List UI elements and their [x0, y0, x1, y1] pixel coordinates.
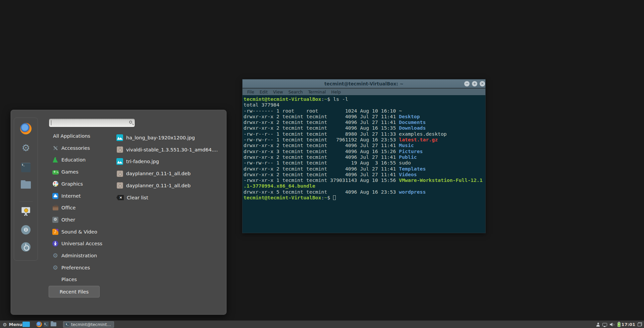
terminal-text-segment: -rw-r--r-- 1 tecmint tecmint 8980 Jul 27…	[244, 131, 447, 137]
terminal-line: drwxr-xr-x 3 tecmint tecmint 4096 Aug 16…	[244, 148, 485, 154]
favorite-terminal[interactable]	[21, 163, 31, 172]
lock-screen-button[interactable]	[21, 207, 30, 213]
terminal-text-segment: latest.tar.gz	[399, 137, 438, 142]
terminal-cursor	[333, 195, 336, 200]
search-input[interactable]	[49, 118, 135, 127]
system-settings-icon: ⚙	[21, 142, 30, 153]
taskbar-launcher-firefox[interactable]	[36, 322, 42, 327]
category-all-applications[interactable]: All Applications	[53, 131, 90, 141]
terminal-text-segment: drwxr-xr-x 2 tecmint tecmint 4096 Jul 27…	[244, 154, 399, 160]
logout-icon: ⊖	[21, 225, 31, 235]
terminal-menu-file[interactable]: File	[245, 89, 257, 94]
category-education[interactable]: Education	[52, 155, 86, 165]
category-office[interactable]: Office	[52, 203, 75, 213]
terminal-text-segment: total 377984	[244, 102, 279, 108]
terminal-text-segment: -rw------- 1 root root 1024 Aug 10 16:10…	[244, 108, 402, 114]
terminal-text-segment: Public	[399, 154, 417, 160]
terminal-text-segment: Videos	[399, 172, 417, 177]
terminal-text-segment: -rw-rw-r-- 1 tecmint tecmint 7961192 Aug…	[244, 137, 399, 142]
recent-file-item[interactable]: dayplanner_0.11-1_all.deb	[116, 181, 191, 191]
recent-file-item[interactable]: dayplanner_0.11-1_all.deb	[116, 169, 191, 179]
terminal-menu-edit[interactable]: Edit	[257, 89, 270, 94]
terminal-line: total 377984	[244, 102, 485, 108]
favorite-system-settings[interactable]: ⚙	[21, 143, 30, 153]
terminal-line: drwxr-xr-x 5 tecmint tecmint 4096 Aug 16…	[244, 189, 485, 195]
taskbar-launcher-show-desktop[interactable]	[22, 322, 30, 327]
category-label: Places	[61, 277, 77, 282]
recent-file-item[interactable]: tri-fadeno.jpg	[116, 156, 159, 167]
file-manager-icon	[51, 322, 56, 326]
maximize-button[interactable]: +	[472, 81, 477, 86]
gear-icon: ⚙	[52, 217, 58, 223]
terminal-menu-view[interactable]: View	[270, 89, 286, 94]
text-caret	[51, 120, 51, 125]
category-label: Universal Access	[61, 241, 102, 246]
package-file-icon	[117, 171, 123, 177]
category-label: Office	[61, 205, 75, 210]
user-icon	[596, 323, 600, 327]
terminal-menu-search[interactable]: Search	[286, 89, 306, 94]
category-label: All Applications	[53, 133, 90, 139]
category-internet[interactable]: Internet	[52, 191, 81, 201]
terminal-menu-terminal[interactable]: Terminal	[306, 89, 329, 94]
recent-file-item[interactable]: ha_long_bay-1920x1200.jpg	[116, 133, 195, 143]
recent-file-label: ha_long_bay-1920x1200.jpg	[126, 135, 195, 140]
terminal-line: drwxr-xr-x 2 tecmint tecmint 4096 Aug 16…	[244, 125, 485, 131]
category-games[interactable]: Games	[52, 167, 78, 177]
category-accessories[interactable]: Accessories	[52, 143, 90, 153]
clear-list-button[interactable]: ×Clear list	[116, 193, 148, 203]
minimize-button[interactable]: −	[464, 81, 470, 86]
category-universal-access[interactable]: Universal Access	[52, 239, 102, 249]
category-other[interactable]: ⚙Other	[52, 215, 75, 225]
taskbar: ⚙ Menu tecmint@tecmint-Vir... 17:01	[0, 320, 644, 328]
terminal-text-segment: Music	[399, 142, 414, 148]
clock[interactable]: 17:01	[622, 321, 635, 328]
tray-volume-icon[interactable]	[610, 323, 614, 326]
search-icon	[129, 121, 132, 124]
games-icon	[52, 170, 59, 175]
terminal-titlebar[interactable]: tecmint@tecmint-VirtualBox: ~ − + ×	[243, 79, 485, 88]
package-file-icon	[117, 182, 123, 189]
tray-user-icon[interactable]	[596, 323, 600, 327]
shutdown-button[interactable]	[21, 242, 31, 252]
tray-battery-icon[interactable]	[618, 322, 621, 327]
taskbar-menu-button[interactable]: ⚙ Menu	[1, 321, 24, 328]
terminal-text-segment: drwxr-xr-x 2 tecmint tecmint 4096 Jul 27…	[244, 172, 399, 177]
category-preferences[interactable]: ⚙Preferences	[52, 263, 90, 273]
category-places[interactable]: Places	[52, 274, 77, 284]
terminal-text-segment: :	[321, 96, 324, 102]
display-icon	[602, 323, 607, 326]
window-button-label: tecmint@tecmint-Vir...	[71, 322, 112, 327]
terminal-line: -rw-rw-r-- 1 tecmint tecmint 19 Aug 3 16…	[244, 160, 485, 166]
music-note-icon: ♪	[52, 229, 58, 235]
recent-file-item[interactable]: vivaldi-stable_1.3.551.30-1_amd64....	[116, 145, 218, 155]
close-button[interactable]: ×	[480, 81, 485, 86]
terminal-text-segment: wordpress	[399, 189, 426, 195]
terminal-text-segment: Pictures	[399, 148, 423, 154]
category-label: Games	[61, 169, 78, 175]
terminal-text-segment: :	[321, 195, 324, 200]
terminal-line: drwxr-xr-x 2 tecmint tecmint 4096 Jul 27…	[244, 172, 485, 177]
graphics-icon	[53, 181, 58, 187]
category-administration[interactable]: ⚙Administration	[52, 251, 97, 261]
tray-display-icon[interactable]	[602, 323, 607, 326]
terminal-menu-help[interactable]: Help	[329, 89, 344, 94]
terminal-line: -rw------- 1 root root 1024 Aug 10 16:10…	[244, 108, 485, 114]
terminal-text-segment: Desktop	[399, 114, 420, 119]
logout-button[interactable]: ⊖	[21, 225, 31, 235]
office-icon	[53, 206, 58, 210]
terminal-body[interactable]: tecmint@tecmint-VirtualBox:~$ ls -ltotal…	[243, 95, 485, 233]
recent-files-button[interactable]: Recent Files	[49, 286, 100, 298]
favorite-file-manager[interactable]	[21, 181, 31, 189]
category-sound-video[interactable]: ♪Sound & Video	[52, 227, 97, 237]
favorite-firefox[interactable]	[20, 123, 32, 134]
category-label: Accessories	[61, 145, 90, 151]
window-selector-icon[interactable]	[638, 322, 642, 326]
volume-icon	[610, 323, 614, 326]
taskbar-launcher-file-manager[interactable]	[51, 322, 56, 326]
taskbar-launcher-terminal[interactable]	[44, 322, 49, 327]
taskbar-window-button[interactable]: tecmint@tecmint-Vir...	[63, 321, 114, 328]
gear-icon: ⚙	[53, 253, 58, 259]
category-graphics[interactable]: Graphics	[52, 179, 83, 189]
category-label: Other	[61, 217, 75, 222]
